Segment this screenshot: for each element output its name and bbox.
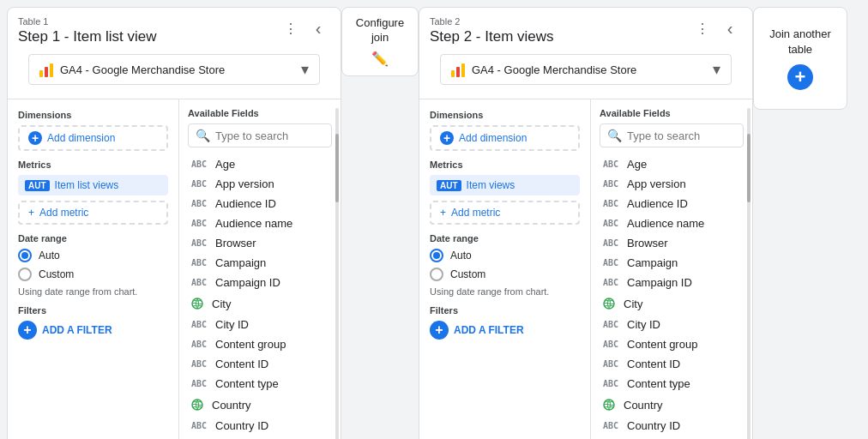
table2-metric-name: Item views [467,179,515,191]
table1-date-auto-option[interactable]: Auto [18,249,168,262]
table1-left-section: Dimensions + Add dimension Metrics AUT I… [8,99,179,439]
field-item[interactable]: ABCBrowser [600,233,744,253]
table2-collapse-button[interactable]: ‹ [718,16,742,40]
field-type-icon: ABC [601,340,620,349]
table1-date-range-label: Date range [18,233,168,244]
field-name: Audience ID [215,197,276,210]
table1-metrics-label: Metrics [18,159,168,170]
field-item[interactable]: Country [188,394,332,416]
add-dimension-label: Add dimension [47,132,115,144]
table2-date-hint: Using date range from chart. [430,286,580,297]
table2-date-auto-option[interactable]: Auto [430,249,580,262]
field-name: Content group [215,338,286,351]
table1-collapse-button[interactable]: ‹ [306,16,330,40]
field-name: Campaign [215,256,266,269]
table2-add-dimension-button[interactable]: + Add dimension [430,125,580,151]
field-item[interactable]: ABCCampaign [600,253,744,273]
field-item[interactable]: ABCCampaign ID [600,273,744,292]
field-name: Audience name [215,217,292,230]
table2-metrics-label: Metrics [430,159,580,170]
table1-title: Step 1 - Item list view [18,28,157,45]
field-item[interactable]: ABCCampaign ID [188,273,332,292]
table1-custom-radio[interactable] [18,268,32,281]
table2-field-list: ABCAgeABCApp versionABCAudience IDABCAud… [600,154,744,439]
table2-dimensions-label: Dimensions [430,110,580,120]
field-type-icon: ABC [190,179,208,189]
table1-datasource[interactable]: GA4 - Google Merchandise Store ▾ [28,54,320,85]
table1-more-button[interactable]: ⋮ [279,16,303,40]
table2-auto-radio[interactable] [430,249,443,262]
field-name: Country ID [215,419,268,432]
field-item[interactable]: ABCCity ID [188,315,332,334]
field-item[interactable]: ABCAudience ID [188,194,332,213]
field-item[interactable]: Country [600,394,744,416]
search-icon-2: 🔍 [607,129,622,142]
table2-datasource[interactable]: GA4 - Google Merchandise Store ▾ [440,54,732,85]
join-another-panel[interactable]: Join another table + [753,7,847,110]
field-item[interactable]: ABCApp version [600,174,744,194]
table2-metric-chip[interactable]: AUT Item views [430,175,580,195]
table1-add-dimension-button[interactable]: + Add dimension [18,125,168,151]
field-type-icon: ABC [190,421,208,430]
add-filter-label-2: ADD A FILTER [454,324,524,336]
dropdown-arrow-icon-2: ▾ [713,60,720,79]
field-item[interactable]: City [600,292,744,315]
field-item[interactable]: ABCContent ID [188,354,332,374]
field-name: City ID [627,318,660,331]
table2-more-button[interactable]: ⋮ [690,16,714,40]
field-type-icon: ABC [601,278,620,287]
field-item[interactable]: ABCCoupon [600,436,744,439]
field-name: Age [627,158,647,171]
field-item[interactable]: ABCContent type [188,374,332,394]
field-item[interactable]: ABCAudience name [188,213,332,233]
globe-field-icon [190,397,205,412]
field-name: Content type [215,377,279,390]
field-item[interactable]: ABCContent group [600,334,744,354]
field-name: Content type [627,377,690,390]
table2-available-fields-label: Available Fields [600,108,744,118]
field-item[interactable]: ABCCountry ID [600,416,744,436]
table2-filters: Filters + ADD A FILTER [430,305,580,340]
field-item[interactable]: ABCCoupon [188,436,332,439]
field-name: Campaign ID [627,276,692,289]
field-item[interactable]: ABCApp version [188,174,332,194]
table1-date-hint: Using date range from chart. [18,286,168,297]
chevron-left-icon-2: ‹ [727,19,733,39]
table1-add-filter-button[interactable]: + ADD A FILTER [18,321,112,340]
field-item[interactable]: ABCCity ID [600,315,744,334]
field-item[interactable]: ABCAge [600,154,744,174]
field-item[interactable]: ABCBrowser [188,233,332,253]
field-item[interactable]: ABCContent type [600,374,744,394]
table2-date-custom-option[interactable]: Custom [430,268,580,281]
field-item[interactable]: ABCAudience ID [600,194,744,213]
field-item[interactable]: ABCAudience name [600,213,744,233]
field-item[interactable]: ABCContent group [188,334,332,354]
table1-date-custom-option[interactable]: Custom [18,268,168,281]
table1-auto-radio[interactable] [18,249,32,262]
table2-add-metric-button[interactable]: + Add metric [430,201,580,225]
table2-left-section: Dimensions + Add dimension Metrics AUT I… [419,99,591,439]
table1-metric-chip[interactable]: AUT Item list views [18,175,168,195]
globe-field-icon [601,397,617,412]
dropdown-arrow-icon: ▾ [301,60,309,79]
table2-add-filter-button[interactable]: + ADD A FILTER [430,321,524,340]
field-name: City ID [215,318,249,331]
field-item[interactable]: ABCCountry ID [188,416,332,436]
join-another-plus-button[interactable]: + [787,64,813,90]
table2-search-row: 🔍 [600,123,744,147]
table2-search-input[interactable] [627,129,736,142]
field-item[interactable]: City [188,292,332,315]
field-name: City [212,298,231,310]
field-item[interactable]: ABCCampaign [188,253,332,273]
field-item[interactable]: ABCAge [188,154,332,174]
table1-search-input[interactable] [215,129,324,142]
table1-search-row: 🔍 [188,123,332,147]
field-name: Content ID [627,358,680,370]
ga-icon-2 [451,62,465,77]
configure-join-label: Configure join [354,16,406,45]
table1-date-range: Date range Auto Custom Using date range … [18,233,168,297]
field-item[interactable]: ABCContent ID [600,354,744,374]
table2-custom-radio[interactable] [430,268,443,281]
table1-add-metric-button[interactable]: + Add metric [18,201,168,225]
configure-join-button[interactable]: Configure join ✏️ [341,7,419,76]
